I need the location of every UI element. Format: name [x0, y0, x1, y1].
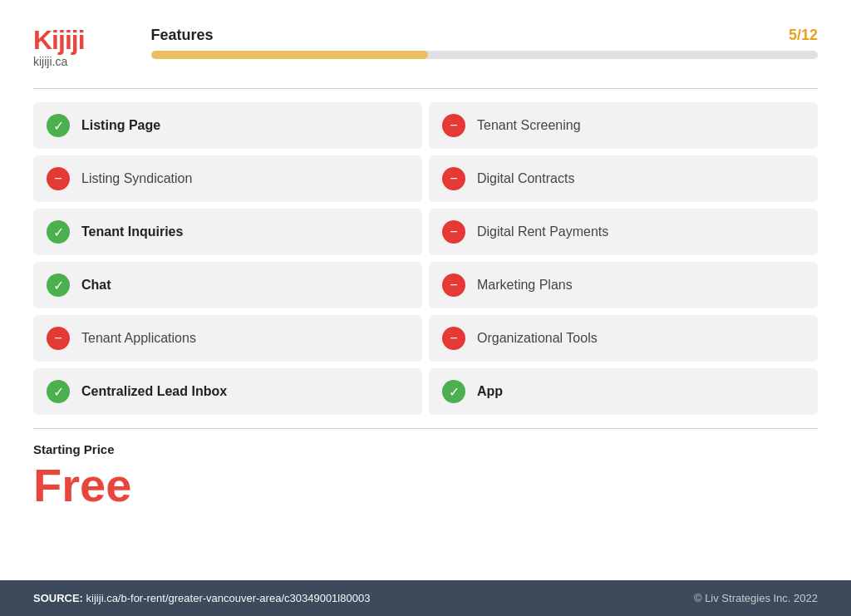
brand-logo: Kijiji	[33, 27, 85, 53]
features-grid: ✓Listing Page−Tenant Screening−Listing S…	[33, 102, 818, 415]
minus-icon: −	[47, 327, 70, 350]
check-icon: ✓	[442, 380, 465, 403]
pricing-divider	[33, 428, 818, 429]
brand-url: kijiji.ca	[33, 55, 85, 68]
minus-icon: −	[47, 167, 70, 190]
feature-label-listing-page: Listing Page	[81, 118, 160, 133]
feature-label-centralized-lead-inbox: Centralized Lead Inbox	[81, 384, 227, 399]
pricing-section: Starting Price Free	[33, 442, 818, 525]
feature-label-organizational-tools: Organizational Tools	[477, 331, 598, 346]
feature-item-tenant-inquiries: ✓Tenant Inquiries	[33, 209, 422, 255]
feature-label-tenant-screening: Tenant Screening	[477, 118, 581, 133]
progress-bar-container	[151, 51, 818, 59]
feature-item-digital-contracts: −Digital Contracts	[429, 155, 818, 202]
feature-item-tenant-screening: −Tenant Screening	[429, 102, 818, 149]
minus-icon: −	[442, 327, 465, 350]
feature-item-listing-syndication: −Listing Syndication	[33, 155, 422, 202]
header: Kijiji kijiji.ca Features 5/12	[33, 27, 818, 68]
footer-source-url: kijiji.ca/b-for-rent/greater-vancouver-a…	[86, 592, 371, 604]
progress-bar-fill	[151, 51, 429, 59]
minus-icon: −	[442, 167, 465, 190]
footer-source: SOURCE: kijiji.ca/b-for-rent/greater-van…	[33, 592, 370, 604]
features-count: 5/12	[789, 27, 818, 44]
feature-label-digital-rent-payments: Digital Rent Payments	[477, 224, 608, 239]
minus-icon: −	[442, 114, 465, 137]
feature-item-digital-rent-payments: −Digital Rent Payments	[429, 209, 818, 255]
features-section: Features 5/12	[151, 27, 818, 59]
feature-label-tenant-applications: Tenant Applications	[81, 331, 196, 346]
minus-icon: −	[442, 220, 465, 244]
price-value: Free	[33, 460, 818, 511]
feature-label-listing-syndication: Listing Syndication	[81, 171, 192, 186]
check-icon: ✓	[47, 114, 70, 137]
feature-label-chat: Chat	[81, 278, 111, 293]
features-label: Features	[151, 27, 214, 44]
feature-item-chat: ✓Chat	[33, 262, 422, 308]
feature-item-organizational-tools: −Organizational Tools	[429, 315, 818, 362]
features-header-row: Features 5/12	[151, 27, 818, 44]
feature-item-listing-page: ✓Listing Page	[33, 102, 422, 149]
footer-copyright: © Liv Strategies Inc. 2022	[694, 592, 818, 604]
check-icon: ✓	[47, 220, 70, 244]
header-divider	[33, 88, 818, 89]
check-icon: ✓	[47, 274, 70, 297]
feature-item-centralized-lead-inbox: ✓Centralized Lead Inbox	[33, 368, 422, 415]
check-icon: ✓	[47, 380, 70, 403]
feature-label-app: App	[477, 384, 503, 399]
feature-label-digital-contracts: Digital Contracts	[477, 171, 574, 186]
minus-icon: −	[442, 274, 465, 297]
footer: SOURCE: kijiji.ca/b-for-rent/greater-van…	[0, 580, 851, 616]
footer-source-prefix: SOURCE:	[33, 592, 83, 604]
feature-label-marketing-plans: Marketing Plans	[477, 278, 573, 293]
feature-item-app: ✓App	[429, 368, 818, 415]
starting-price-label: Starting Price	[33, 442, 818, 456]
brand-section: Kijiji kijiji.ca	[33, 27, 85, 68]
feature-item-marketing-plans: −Marketing Plans	[429, 262, 818, 308]
feature-label-tenant-inquiries: Tenant Inquiries	[81, 224, 183, 239]
feature-item-tenant-applications: −Tenant Applications	[33, 315, 422, 362]
